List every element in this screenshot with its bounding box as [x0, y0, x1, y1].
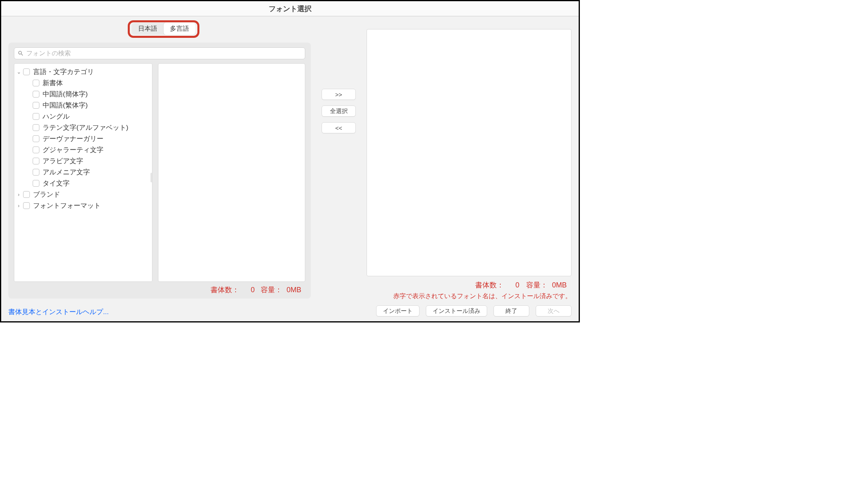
next-button[interactable]: 次へ [536, 305, 572, 316]
tree-item[interactable]: ラテン文字(アルファベット) [16, 122, 150, 133]
transfer-buttons: >> 全選択 << [311, 21, 367, 316]
checkbox[interactable] [23, 68, 30, 75]
tree-node-top[interactable]: ⌄ 言語・文字カテゴリ [16, 66, 150, 77]
font-list[interactable] [158, 63, 305, 282]
count-label: 書体数： [211, 286, 239, 294]
tree-label: ハングル [43, 112, 70, 121]
checkbox[interactable] [33, 80, 39, 86]
tree-item[interactable]: タイ文字 [16, 178, 150, 189]
checkbox[interactable] [23, 202, 30, 209]
tree-label: フォントフォーマット [33, 201, 101, 210]
tree-label: タイ文字 [43, 179, 70, 188]
checkbox[interactable] [33, 135, 39, 142]
select-all-button[interactable]: 全選択 [322, 105, 356, 117]
tab-multilingual[interactable]: 多言語 [164, 23, 195, 35]
tree-node-brand[interactable]: › ブランド [16, 189, 150, 200]
source-footer: 書体数： 0 容量： 0MB [14, 285, 305, 295]
checkbox[interactable] [23, 191, 30, 198]
selection-footer: 書体数： 0 容量： 0MB [367, 280, 572, 290]
right-column: 書体数： 0 容量： 0MB 赤字で表示されているフォント名は、インストール済み… [367, 21, 572, 316]
tab-row: 日本語 多言語 [8, 21, 311, 41]
checkbox[interactable] [33, 158, 39, 164]
search-input[interactable] [26, 50, 302, 57]
tree-label: アルメニア文字 [43, 168, 90, 177]
tree-item[interactable]: グジャラーティ文字 [16, 144, 150, 155]
import-button[interactable]: インポート [376, 305, 419, 316]
source-panel: ⌄ 言語・文字カテゴリ 新書体 中国語(簡体字) 中国語(繁体字) ハングル ラ… [8, 43, 311, 299]
installed-button[interactable]: インストール済み [426, 305, 487, 316]
tree-item[interactable]: ハングル [16, 111, 150, 122]
tree-label: 中国語(繁体字) [43, 101, 88, 110]
tree-label: デーヴァナーガリー [43, 134, 103, 143]
tree-item[interactable]: 中国語(繁体字) [16, 100, 150, 111]
count-value: 0 [508, 281, 519, 289]
tree-item[interactable]: アルメニア文字 [16, 166, 150, 178]
remove-all-button[interactable]: << [322, 122, 356, 133]
checkbox[interactable] [33, 124, 39, 131]
tree-label: グジャラーティ文字 [43, 145, 103, 154]
language-segmented-control: 日本語 多言語 [132, 23, 195, 35]
count-label: 書体数： [475, 281, 504, 289]
search-icon [18, 50, 24, 57]
tree-label: 言語・文字カテゴリ [33, 67, 94, 76]
checkbox[interactable] [33, 113, 39, 120]
chevron-right-icon[interactable]: › [16, 203, 21, 209]
quit-button[interactable]: 終了 [493, 305, 529, 316]
size-value: 0MB [552, 281, 567, 289]
add-all-button[interactable]: >> [322, 89, 356, 100]
source-lists: ⌄ 言語・文字カテゴリ 新書体 中国語(簡体字) 中国語(繁体字) ハングル ラ… [14, 63, 305, 282]
checkbox[interactable] [33, 180, 39, 187]
action-row: インポート インストール済み 終了 次へ [367, 305, 572, 316]
search-field-wrap[interactable] [14, 47, 305, 59]
checkbox[interactable] [33, 91, 39, 98]
chevron-right-icon[interactable]: › [16, 191, 21, 197]
tree-node-format[interactable]: › フォントフォーマット [16, 200, 150, 211]
help-link[interactable]: 書体見本とインストールヘルプ... [8, 307, 311, 316]
size-label: 容量： [261, 286, 282, 294]
tree-item[interactable]: 中国語(簡体字) [16, 88, 150, 100]
tree-item[interactable]: アラビア文字 [16, 155, 150, 166]
checkbox[interactable] [33, 147, 39, 153]
checkbox[interactable] [33, 102, 39, 109]
tree-label: 新書体 [43, 78, 63, 88]
tab-japanese[interactable]: 日本語 [132, 23, 164, 35]
font-select-window: フォント選択 日本語 多言語 ⌄ [0, 0, 580, 322]
left-column: 日本語 多言語 ⌄ 言語・文字カテゴリ [8, 21, 311, 316]
tree-item[interactable]: デーヴァナーガリー [16, 133, 150, 144]
size-value: 0MB [287, 286, 301, 294]
splitter-handle[interactable] [150, 173, 152, 182]
installed-note: 赤字で表示されているフォント名は、インストール済みです。 [367, 292, 572, 301]
category-tree[interactable]: ⌄ 言語・文字カテゴリ 新書体 中国語(簡体字) 中国語(繁体字) ハングル ラ… [14, 63, 152, 282]
chevron-down-icon[interactable]: ⌄ [16, 69, 21, 75]
tree-label: 中国語(簡体字) [43, 90, 88, 99]
count-value: 0 [244, 286, 255, 294]
window-body: 日本語 多言語 ⌄ 言語・文字カテゴリ [1, 16, 579, 321]
selected-font-list[interactable] [367, 29, 572, 276]
tree-label: ラテン文字(アルファベット) [43, 123, 128, 132]
tree-label: ブランド [33, 190, 60, 199]
window-title: フォント選択 [1, 1, 579, 16]
checkbox[interactable] [33, 169, 39, 176]
tree-label: アラビア文字 [43, 156, 83, 166]
size-label: 容量： [526, 281, 548, 289]
tree-item[interactable]: 新書体 [16, 77, 150, 88]
